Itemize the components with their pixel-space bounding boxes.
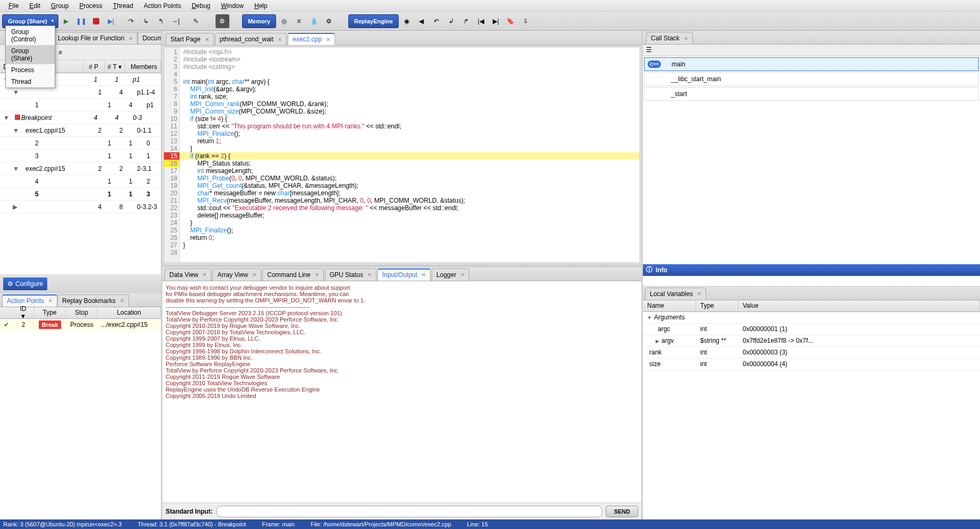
group-control-option[interactable]: Group (Control): [6, 26, 55, 45]
process-row[interactable]: 2110: [0, 137, 161, 150]
statusbar: Rank: 3 (5607@Ubuntu-20) mpirun<exec2>.3…: [0, 519, 980, 529]
send-button[interactable]: SEND: [606, 506, 638, 517]
local-var-row[interactable]: ▶argv$string **0x7ffd2e1e87f8 -> 0x7f...: [643, 335, 980, 347]
replay-next-button[interactable]: ▶|: [489, 14, 503, 28]
mem-settings-button[interactable]: ⚙: [322, 14, 336, 28]
replay-step-back-into-button[interactable]: ↲: [444, 14, 458, 28]
process-row[interactable]: 5113: [0, 188, 161, 201]
replay-prev-button[interactable]: |◀: [474, 14, 488, 28]
process-row[interactable]: 4112: [0, 175, 161, 188]
header-members[interactable]: Members: [125, 61, 161, 73]
action-point-row[interactable]: ✔2BreakProcess.../exec2.cpp#15: [0, 319, 161, 331]
menu-edit[interactable]: Edit: [24, 1, 46, 11]
output-tabs: Data View✕ Array View✕ Command Line✕ GPU…: [162, 267, 641, 281]
tab-array-view[interactable]: Array View✕: [212, 268, 261, 281]
callstack-row[interactable]: C++main: [644, 57, 979, 71]
tab-input-output[interactable]: Input/Output✕: [377, 268, 431, 281]
tab-local-variables[interactable]: Local Variables✕: [645, 288, 706, 300]
menu-thread[interactable]: Thread: [108, 1, 139, 11]
kill-button[interactable]: [89, 14, 103, 28]
editor-tabs: Start Page✕ pthread_cond_wait✕ exec2.cpp…: [162, 31, 641, 46]
process-row[interactable]: 114p1: [0, 99, 161, 111]
run-to-button[interactable]: →|: [169, 14, 183, 28]
go-button[interactable]: ▶: [59, 14, 73, 28]
configure-button[interactable]: ⚙ Configure: [3, 277, 47, 290]
settings-button[interactable]: ⚙: [216, 14, 229, 28]
process-row[interactable]: 3111: [0, 150, 161, 162]
local-var-row[interactable]: rankint0x00000003 (3): [643, 347, 980, 359]
replay-step-back-over-button[interactable]: ↶: [429, 14, 443, 28]
callstack-row[interactable]: _start: [644, 87, 979, 101]
memory-button[interactable]: Memory: [242, 14, 276, 28]
proc-refresh-icon[interactable]: ≡: [58, 49, 62, 56]
tab-exec2[interactable]: exec2.cpp✕: [288, 33, 335, 45]
process-row[interactable]: ▶480-3.2-3: [0, 201, 161, 213]
replay-save-button[interactable]: ⇩: [519, 14, 532, 28]
next-button[interactable]: ▶|: [104, 14, 118, 28]
ap-header-type[interactable]: Type: [34, 307, 66, 318]
process-row[interactable]: ▼exec1.cpp#15220-1.1: [0, 124, 161, 137]
mem-opt2-button[interactable]: ≡: [292, 14, 306, 28]
filter-icon[interactable]: ☰: [646, 46, 652, 54]
tab-call-stack[interactable]: Call Stack✕: [646, 32, 693, 44]
lv-header-type[interactable]: Type: [696, 300, 738, 311]
menu-debug[interactable]: Debug: [186, 1, 216, 11]
tab-start-page[interactable]: Start Page✕: [166, 33, 214, 45]
mem-opt1-button[interactable]: ◎: [277, 14, 291, 28]
replay-engine-button[interactable]: ReplayEngine: [348, 14, 399, 28]
local-var-row[interactable]: sizeint0x00000004 (4): [643, 359, 980, 370]
info-icon: ⓘ: [646, 265, 652, 274]
menu-process[interactable]: Process: [74, 1, 107, 11]
menu-window[interactable]: Window: [216, 1, 249, 11]
stdin-label: Standard Input:: [166, 508, 213, 515]
replay-back-button[interactable]: ◀: [415, 14, 428, 28]
step-into-button[interactable]: ↳: [139, 14, 153, 28]
tab-data-view[interactable]: Data View✕: [165, 268, 211, 281]
tab-replay-bookmarks[interactable]: Replay Bookmarks✕: [57, 294, 129, 307]
group-share-option[interactable]: Group (Share): [6, 45, 55, 64]
callstack-row[interactable]: __libc_start_main: [644, 72, 979, 86]
step-out-button[interactable]: ↰: [154, 14, 168, 28]
process-row[interactable]: ▼exec2.cpp#15222-3.1: [0, 162, 161, 175]
menu-group[interactable]: Group: [46, 1, 74, 11]
mem-leak-button[interactable]: 💧: [307, 14, 321, 28]
replay-record-button[interactable]: ◉: [400, 14, 414, 28]
step-over-button[interactable]: ↷: [124, 14, 138, 28]
local-vars-header: Name Type Value: [643, 300, 980, 312]
stdin-input[interactable]: [216, 506, 603, 517]
menu-help[interactable]: Help: [249, 1, 273, 11]
menu-file[interactable]: File: [3, 1, 24, 11]
process-tree: ▼Running11p1▼14p1.1-4114p1▼Breakpoint440…: [0, 73, 161, 274]
header-p[interactable]: # P: [83, 61, 104, 73]
thread-option[interactable]: Thread: [6, 76, 55, 88]
tab-command-line[interactable]: Command Line✕: [262, 268, 323, 281]
process-row[interactable]: ▼Breakpoint440-3: [0, 111, 161, 124]
stdin-bar: Standard Input: SEND: [162, 502, 641, 519]
local-vars-tabs: Local Variables✕: [643, 287, 980, 300]
header-t[interactable]: # T ▾: [105, 61, 125, 73]
replay-step-back-out-button[interactable]: ↱: [459, 14, 473, 28]
info-panel-header[interactable]: ⓘInfo: [643, 264, 980, 276]
local-var-row[interactable]: ▼Arguments: [643, 312, 980, 324]
process-option[interactable]: Process: [6, 64, 55, 76]
local-var-row[interactable]: argcint0x00000001 (1): [643, 324, 980, 335]
replay-bookmark-button[interactable]: 🔖: [504, 14, 518, 28]
action-points-body: ✔2BreakProcess.../exec2.cpp#15: [0, 319, 161, 520]
menu-action-points[interactable]: Action Points: [139, 1, 186, 11]
lv-header-name[interactable]: Name: [643, 300, 696, 311]
status-frame: Frame: main: [262, 521, 295, 527]
status-file: File: /home/dstewart/Projects/MPMD/comm/…: [311, 521, 451, 527]
status-line: Line: 15: [467, 521, 488, 527]
output-body: You may wish to contact your debugger ve…: [162, 281, 641, 503]
tab-logger[interactable]: Logger✕: [432, 268, 469, 281]
lv-header-value[interactable]: Value: [738, 300, 980, 311]
ap-header-stop[interactable]: Stop: [66, 307, 98, 318]
callstack-body: C++main__libc_start_main_start: [643, 56, 980, 264]
ap-header-location[interactable]: Location: [98, 307, 161, 318]
code-editor[interactable]: 1234567891011121314151617181920212223242…: [164, 47, 640, 263]
tab-pthread[interactable]: pthread_cond_wait✕: [215, 33, 287, 45]
tab-gpu-status[interactable]: GPU Status✕: [325, 268, 376, 281]
halt-button[interactable]: ❚❚: [74, 14, 88, 28]
edit-button[interactable]: ✎: [189, 14, 203, 28]
tab-processes[interactable]: Lookup File or Function✕: [53, 32, 137, 44]
